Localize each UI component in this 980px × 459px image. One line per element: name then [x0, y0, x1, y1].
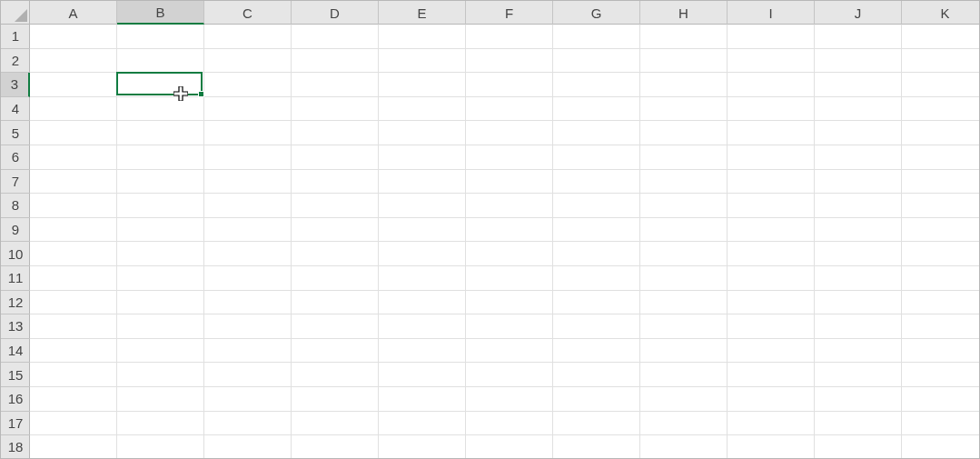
- cell-a6[interactable]: [30, 145, 117, 170]
- cell-i8[interactable]: [728, 194, 815, 218]
- cell-f9[interactable]: [466, 218, 553, 243]
- cell-j8[interactable]: [815, 194, 902, 218]
- row-header-14[interactable]: 14: [1, 339, 30, 364]
- cell-c7[interactable]: [204, 170, 292, 195]
- cell-e14[interactable]: [379, 339, 466, 364]
- cell-j16[interactable]: [815, 387, 902, 412]
- cell-j4[interactable]: [815, 97, 902, 122]
- cell-d11[interactable]: [292, 266, 379, 291]
- cell-g8[interactable]: [553, 194, 640, 218]
- cell-d18[interactable]: [292, 435, 379, 459]
- cell-c17[interactable]: [204, 412, 292, 436]
- cell-h18[interactable]: [640, 435, 728, 459]
- row-header-15[interactable]: 15: [1, 363, 30, 387]
- cell-d10[interactable]: [292, 242, 379, 266]
- row-header-5[interactable]: 5: [1, 121, 30, 145]
- cell-c15[interactable]: [204, 363, 292, 387]
- cell-k3[interactable]: [902, 73, 980, 97]
- cell-j3[interactable]: [815, 73, 902, 97]
- cell-c11[interactable]: [204, 266, 292, 291]
- cell-b5[interactable]: [117, 121, 204, 145]
- cell-c4[interactable]: [204, 97, 292, 122]
- cell-a4[interactable]: [30, 97, 117, 122]
- cell-k14[interactable]: [902, 339, 980, 364]
- cell-h1[interactable]: [640, 25, 728, 49]
- cell-a13[interactable]: [30, 314, 117, 339]
- cell-i5[interactable]: [728, 121, 815, 145]
- cell-b13[interactable]: [117, 314, 204, 339]
- row-header-12[interactable]: 12: [1, 291, 30, 315]
- cell-g7[interactable]: [553, 170, 640, 195]
- cell-g15[interactable]: [553, 363, 640, 387]
- cell-k18[interactable]: [902, 435, 980, 459]
- cell-a17[interactable]: [30, 412, 117, 436]
- cell-j11[interactable]: [815, 266, 902, 291]
- cell-a5[interactable]: [30, 121, 117, 145]
- cell-c13[interactable]: [204, 314, 292, 339]
- cell-c3[interactable]: [204, 73, 292, 97]
- column-header-i[interactable]: I: [728, 1, 815, 25]
- cell-d5[interactable]: [292, 121, 379, 145]
- cell-g4[interactable]: [553, 97, 640, 122]
- cell-h16[interactable]: [640, 387, 728, 412]
- cell-g5[interactable]: [553, 121, 640, 145]
- cell-d4[interactable]: [292, 97, 379, 122]
- cell-a16[interactable]: [30, 387, 117, 412]
- cell-b10[interactable]: [117, 242, 204, 266]
- cell-a9[interactable]: [30, 218, 117, 243]
- cell-k13[interactable]: [902, 314, 980, 339]
- cell-e11[interactable]: [379, 266, 466, 291]
- cell-j7[interactable]: [815, 170, 902, 195]
- cell-f17[interactable]: [466, 412, 553, 436]
- cell-d12[interactable]: [292, 291, 379, 315]
- cell-c18[interactable]: [204, 435, 292, 459]
- cell-b15[interactable]: [117, 363, 204, 387]
- cell-j13[interactable]: [815, 314, 902, 339]
- cell-d7[interactable]: [292, 170, 379, 195]
- cell-j9[interactable]: [815, 218, 902, 243]
- cell-j17[interactable]: [815, 412, 902, 436]
- cell-f5[interactable]: [466, 121, 553, 145]
- cell-d14[interactable]: [292, 339, 379, 364]
- cell-b12[interactable]: [117, 291, 204, 315]
- cell-e17[interactable]: [379, 412, 466, 436]
- column-header-a[interactable]: A: [30, 1, 117, 25]
- cell-k5[interactable]: [902, 121, 980, 145]
- cell-k7[interactable]: [902, 170, 980, 195]
- cell-i15[interactable]: [728, 363, 815, 387]
- cell-d13[interactable]: [292, 314, 379, 339]
- cell-f6[interactable]: [466, 145, 553, 170]
- cell-h6[interactable]: [640, 145, 728, 170]
- cell-f12[interactable]: [466, 291, 553, 315]
- row-header-7[interactable]: 7: [1, 170, 30, 195]
- cell-f8[interactable]: [466, 194, 553, 218]
- cell-c12[interactable]: [204, 291, 292, 315]
- row-header-11[interactable]: 11: [1, 266, 30, 291]
- cell-k2[interactable]: [902, 49, 980, 74]
- column-header-f[interactable]: F: [466, 1, 553, 25]
- cell-e13[interactable]: [379, 314, 466, 339]
- cell-k1[interactable]: [902, 25, 980, 49]
- cell-i11[interactable]: [728, 266, 815, 291]
- cell-c2[interactable]: [204, 49, 292, 74]
- row-header-1[interactable]: 1: [1, 25, 30, 49]
- row-header-18[interactable]: 18: [1, 435, 30, 459]
- cell-b9[interactable]: [117, 218, 204, 243]
- select-all-corner[interactable]: [1, 1, 30, 25]
- cell-k8[interactable]: [902, 194, 980, 218]
- cell-h14[interactable]: [640, 339, 728, 364]
- cell-k4[interactable]: [902, 97, 980, 122]
- cell-f2[interactable]: [466, 49, 553, 74]
- cell-c16[interactable]: [204, 387, 292, 412]
- cell-f7[interactable]: [466, 170, 553, 195]
- row-header-10[interactable]: 10: [1, 242, 30, 266]
- cell-e10[interactable]: [379, 242, 466, 266]
- cell-f16[interactable]: [466, 387, 553, 412]
- cell-i12[interactable]: [728, 291, 815, 315]
- cell-i3[interactable]: [728, 73, 815, 97]
- cell-b2[interactable]: [117, 49, 204, 74]
- column-header-k[interactable]: K: [902, 1, 980, 25]
- cell-j2[interactable]: [815, 49, 902, 74]
- row-header-4[interactable]: 4: [1, 97, 30, 122]
- cell-h5[interactable]: [640, 121, 728, 145]
